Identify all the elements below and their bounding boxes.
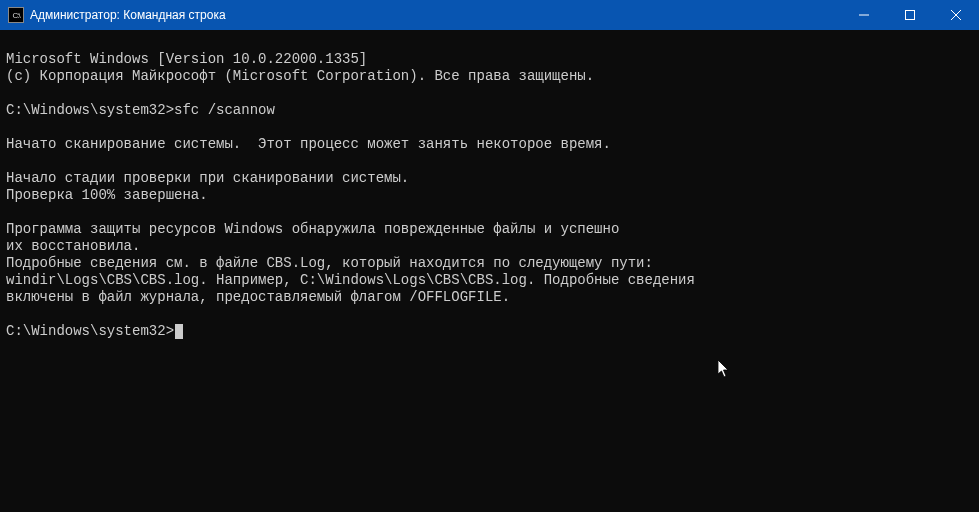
terminal-output[interactable]: Microsoft Windows [Version 10.0.22000.13… (0, 30, 979, 344)
cmd-icon: C:\ (8, 7, 24, 23)
verify-done-line: Проверка 100% завершена. (6, 187, 208, 203)
maximize-button[interactable] (887, 0, 933, 30)
copyright-line: (c) Корпорация Майкрософт (Microsoft Cor… (6, 68, 594, 84)
details-line: включены в файл журнала, предоставляемый… (6, 289, 510, 305)
text-cursor (175, 324, 183, 339)
titlebar: C:\ Администратор: Командная строка (0, 0, 979, 30)
minimize-button[interactable] (841, 0, 887, 30)
prompt-path: C:\Windows\system32> (6, 323, 174, 339)
scan-started-line: Начато сканирование системы. Этот процес… (6, 136, 611, 152)
details-line: Подробные сведения см. в файле CBS.Log, … (6, 255, 653, 271)
maximize-icon (905, 10, 915, 20)
result-line: Программа защиты ресурсов Windows обнару… (6, 221, 619, 237)
mouse-cursor-icon (718, 360, 730, 379)
details-line: windir\Logs\CBS\CBS.log. Например, C:\Wi… (6, 272, 695, 288)
window-title: Администратор: Командная строка (30, 8, 226, 22)
verify-stage-line: Начало стадии проверки при сканировании … (6, 170, 409, 186)
svg-rect-1 (906, 11, 915, 20)
close-icon (951, 10, 961, 20)
version-line: Microsoft Windows [Version 10.0.22000.13… (6, 51, 367, 67)
command-text: sfc /scannow (174, 102, 275, 118)
prompt-path: C:\Windows\system32> (6, 102, 174, 118)
minimize-icon (859, 10, 869, 20)
close-button[interactable] (933, 0, 979, 30)
result-line: их восстановила. (6, 238, 140, 254)
